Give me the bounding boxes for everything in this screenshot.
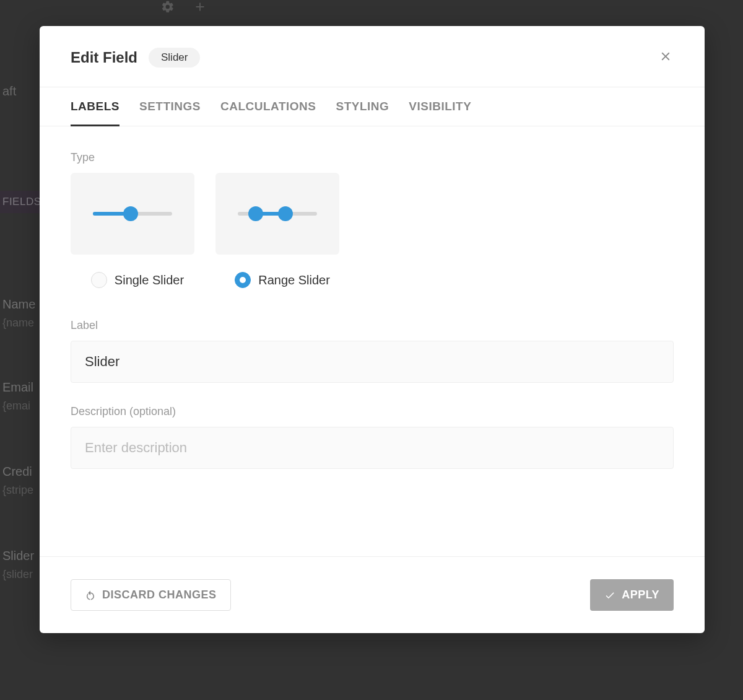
modal-header: Edit Field Slider [40,26,705,87]
radio-range[interactable] [235,272,251,288]
label-field-block: Label [71,319,674,383]
type-option-single[interactable]: Single Slider [71,173,194,288]
radio-single[interactable] [91,272,107,288]
modal-tabs: LABELS SETTINGS CALCULATIONS STYLING VIS… [40,87,705,126]
radio-range-label: Range Slider [258,273,330,287]
single-slider-preview [71,173,194,255]
edit-field-modal: Edit Field Slider LABELS SETTINGS CALCUL… [40,26,705,633]
radio-single-label: Single Slider [115,273,184,287]
range-slider-preview [215,173,339,255]
tab-visibility[interactable]: VISIBILITY [409,87,471,126]
label-field-label: Label [71,319,674,332]
apply-button-label: APPLY [622,588,659,602]
modal-footer: DISCARD CHANGES APPLY [40,556,705,633]
description-input[interactable] [71,427,674,469]
range-slider-icon [237,204,318,223]
check-icon [604,590,615,601]
description-field-block: Description (optional) [71,405,674,469]
close-icon [659,50,672,63]
field-type-chip: Slider [149,48,200,68]
tab-calculations[interactable]: CALCULATIONS [220,87,316,126]
apply-button[interactable]: APPLY [590,579,674,611]
svg-point-6 [278,206,293,221]
close-button[interactable] [656,47,675,68]
tab-labels[interactable]: LABELS [71,87,119,126]
svg-point-5 [248,206,263,221]
modal-body: Type Single Slider [40,126,705,556]
type-options: Single Slider Range Slider [71,173,674,288]
tab-styling[interactable]: STYLING [336,87,389,126]
description-field-label: Description (optional) [71,405,674,418]
discard-button[interactable]: DISCARD CHANGES [71,579,231,611]
undo-icon [85,590,96,601]
label-input[interactable] [71,341,674,383]
modal-title: Edit Field [71,49,137,66]
type-section-label: Type [71,151,674,164]
tab-settings[interactable]: SETTINGS [139,87,201,126]
single-slider-icon [92,204,173,223]
type-option-range[interactable]: Range Slider [215,173,339,288]
svg-point-2 [123,206,138,221]
discard-button-label: DISCARD CHANGES [102,588,217,602]
